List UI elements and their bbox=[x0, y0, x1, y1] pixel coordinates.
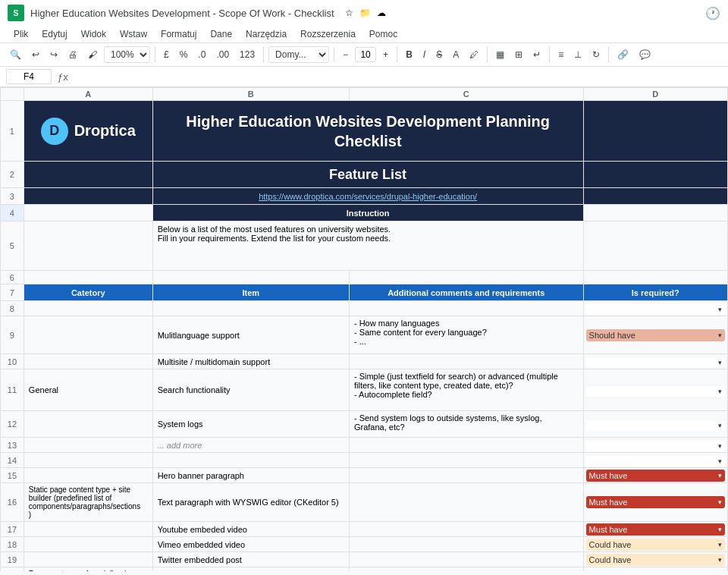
menu-narzedzia[interactable]: Narzędzia bbox=[240, 26, 293, 42]
cell-b10[interactable]: Multisite / multidomain support bbox=[152, 354, 349, 369]
cell-c13 bbox=[349, 438, 583, 453]
valign-btn[interactable]: ⊥ bbox=[570, 47, 585, 62]
cell-a15 bbox=[24, 468, 152, 483]
wrap-btn[interactable]: ↵ bbox=[529, 47, 544, 62]
zoom-select[interactable]: 100% bbox=[104, 46, 150, 63]
col-header-c[interactable]: C bbox=[349, 88, 583, 101]
cell-c16 bbox=[349, 483, 583, 522]
menu-wstaw[interactable]: Wstaw bbox=[114, 26, 153, 42]
cell-d18[interactable]: Could have▾ bbox=[583, 537, 727, 552]
table-row: 3 https://www.droptica.com/services/drup… bbox=[1, 188, 728, 205]
decimal-inc-btn[interactable]: .00 bbox=[212, 47, 233, 62]
col-header-b[interactable]: B bbox=[152, 88, 349, 101]
comment-btn[interactable]: 💬 bbox=[635, 47, 654, 62]
paint-btn[interactable]: 🖌 bbox=[84, 47, 101, 62]
row-num-6: 6 bbox=[1, 271, 24, 284]
cell-c18 bbox=[349, 537, 583, 552]
cell-c20 bbox=[349, 567, 583, 572]
col-header-a[interactable]: A bbox=[24, 88, 152, 101]
history-icon[interactable]: 🕐 bbox=[705, 6, 720, 20]
cell-d10[interactable]: ▾ bbox=[583, 354, 727, 369]
cell-c11: - Simple (just textfield for search) or … bbox=[349, 369, 583, 411]
rotate-btn[interactable]: ↻ bbox=[588, 47, 604, 62]
cell-d7: Is required? bbox=[583, 284, 727, 301]
cell-b16[interactable]: Text paragraph with WYSWIG editor (CKedi… bbox=[152, 483, 349, 522]
cell-b13[interactable]: ... add more bbox=[152, 438, 349, 453]
cell-b20[interactable]: Image paragraph bbox=[152, 567, 349, 572]
font-select[interactable]: Domy... bbox=[268, 46, 329, 63]
merge-btn[interactable]: ⊞ bbox=[511, 47, 526, 62]
cell-d11[interactable]: ▾ bbox=[583, 369, 727, 411]
cell-b17[interactable]: Youtube embeded video bbox=[152, 522, 349, 537]
strikethrough-btn[interactable]: S bbox=[432, 47, 446, 62]
menu-pomoc[interactable]: Pomoc bbox=[363, 26, 403, 42]
font-size-dec-btn[interactable]: − bbox=[339, 47, 352, 62]
cell-a18 bbox=[24, 537, 152, 552]
print-btn[interactable]: 🖨 bbox=[64, 47, 81, 62]
table-row: 7 Catetory Item Additional comments and … bbox=[1, 284, 728, 301]
cell-b11[interactable]: Search functionality bbox=[152, 369, 349, 411]
menu-dane[interactable]: Dane bbox=[204, 26, 238, 42]
title-bar: S Higher Education Websites Development … bbox=[0, 0, 728, 43]
title-icons: ☆ 📁 ☁ bbox=[345, 8, 386, 18]
undo-btn[interactable]: ↩ bbox=[28, 47, 43, 62]
number-format-btn[interactable]: 123 bbox=[236, 47, 259, 62]
cell-d12[interactable]: ▾ bbox=[583, 411, 727, 438]
formula-input[interactable] bbox=[74, 71, 722, 82]
font-color-btn[interactable]: A bbox=[449, 47, 463, 62]
cell-d13[interactable]: ▾ bbox=[583, 438, 727, 453]
menu-edytuj[interactable]: Edytuj bbox=[36, 26, 73, 42]
cell-c15 bbox=[349, 468, 583, 483]
menu-widok[interactable]: Widok bbox=[75, 26, 112, 42]
cell-d17[interactable]: Must have▾ bbox=[583, 522, 727, 537]
folder-icon[interactable]: 📁 bbox=[359, 8, 371, 18]
search-btn[interactable]: 🔍 bbox=[6, 47, 25, 62]
cell-a1[interactable]: D Droptica bbox=[24, 101, 152, 162]
highlight-btn[interactable]: 🖊 bbox=[466, 47, 482, 62]
redo-btn[interactable]: ↪ bbox=[46, 47, 61, 62]
cell-d8[interactable]: ▾ bbox=[583, 301, 727, 316]
cell-a10 bbox=[24, 354, 152, 369]
cell-b9[interactable]: Mulitlanguage support bbox=[152, 316, 349, 354]
table-row: 5 Below is a list of the most used featu… bbox=[1, 222, 728, 271]
menu-plik[interactable]: Plik bbox=[8, 26, 34, 42]
cell-d5 bbox=[583, 222, 727, 271]
borders-btn[interactable]: ▦ bbox=[492, 47, 508, 62]
table-row: 17 Youtube embeded video Must have▾ bbox=[1, 522, 728, 537]
cell-b12[interactable]: System logs bbox=[152, 411, 349, 438]
col-header-d[interactable]: D bbox=[583, 88, 727, 101]
percent-btn[interactable]: % bbox=[176, 47, 192, 62]
header-link[interactable]: https://www.droptica.com/services/drupal… bbox=[259, 192, 477, 201]
cell-d6 bbox=[583, 271, 727, 284]
cell-c6 bbox=[349, 271, 583, 284]
cell-d15[interactable]: Must have▾ bbox=[583, 468, 727, 483]
table-row: 12 System logs - Send system logs to out… bbox=[1, 411, 728, 438]
row-num-18: 18 bbox=[1, 537, 24, 552]
cell-a12 bbox=[24, 411, 152, 438]
currency-btn[interactable]: £ bbox=[160, 47, 173, 62]
cloud-icon[interactable]: ☁ bbox=[377, 8, 386, 18]
align-btn[interactable]: ≡ bbox=[554, 47, 567, 62]
cell-d20[interactable]: Must have▾ bbox=[583, 567, 727, 572]
cell-b15[interactable]: Hero banner paragraph bbox=[152, 468, 349, 483]
star-icon[interactable]: ☆ bbox=[345, 8, 353, 18]
row-num-13: 13 bbox=[1, 438, 24, 453]
row-num-1: 1 bbox=[1, 101, 24, 162]
menu-rozszerzenia[interactable]: Rozszerzenia bbox=[294, 26, 362, 42]
cell-d16[interactable]: Must have▾ bbox=[583, 483, 727, 522]
cell-d14[interactable]: ▾ bbox=[583, 453, 727, 468]
cell-d9[interactable]: Should have▾ bbox=[583, 316, 727, 354]
cell-reference[interactable]: F4 bbox=[6, 69, 52, 84]
decimal-dec-btn[interactable]: .0 bbox=[194, 47, 209, 62]
cell-b19[interactable]: Twitter embedded post bbox=[152, 552, 349, 567]
cell-b3[interactable]: https://www.droptica.com/services/drupal… bbox=[152, 188, 583, 205]
cell-b18[interactable]: Vimeo embedded video bbox=[152, 537, 349, 552]
italic-btn[interactable]: I bbox=[419, 47, 429, 62]
font-size-inc-btn[interactable]: + bbox=[379, 47, 392, 62]
font-size-input[interactable] bbox=[355, 47, 376, 62]
cell-d2 bbox=[583, 162, 727, 188]
cell-d19[interactable]: Could have▾ bbox=[583, 552, 727, 567]
link-btn[interactable]: 🔗 bbox=[613, 47, 632, 62]
menu-formatuj[interactable]: Formatuj bbox=[155, 26, 202, 42]
bold-btn[interactable]: B bbox=[402, 47, 416, 62]
